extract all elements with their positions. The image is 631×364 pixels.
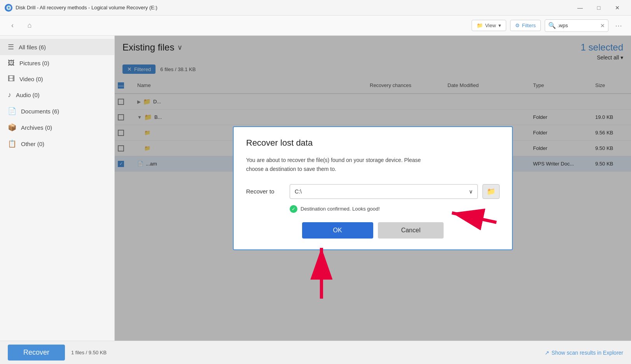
sidebar-item-audio[interactable]: ♪ Audio (0)	[0, 87, 114, 103]
sidebar-item-pictures-label: Pictures (0)	[19, 60, 49, 66]
documents-icon: 📄	[8, 107, 16, 115]
sidebar-item-audio-label: Audio (0)	[16, 92, 40, 98]
filter-icon: ⚙	[515, 23, 520, 28]
window-controls: — □ ✕	[571, 2, 626, 14]
check-circle-icon: ✓	[290, 205, 297, 213]
main-layout: ☰ All files (6) 🖼 Pictures (0) 🎞 Video (…	[0, 36, 631, 341]
search-input[interactable]	[558, 23, 600, 28]
search-clear-icon[interactable]: ✕	[600, 23, 605, 29]
sidebar-item-other-label: Other (0)	[21, 141, 44, 147]
browse-folder-button[interactable]: 📁	[482, 184, 500, 199]
more-options-button[interactable]: ⋯	[612, 19, 625, 32]
sidebar-item-all-files-label: All files (6)	[19, 44, 46, 51]
archives-icon: 📦	[8, 123, 16, 132]
search-icon: 🔍	[548, 22, 556, 29]
modal-buttons: OK Cancel	[246, 222, 500, 239]
toolbar: ‹ ⌂ 📁 View ▾ ⚙ Filters 🔍 ✕ ⋯	[0, 16, 631, 36]
recover-to-label: Recover to	[246, 188, 285, 195]
all-files-icon: ☰	[8, 43, 14, 51]
sidebar-item-pictures[interactable]: 🖼 Pictures (0)	[0, 55, 114, 71]
cancel-button[interactable]: Cancel	[378, 222, 444, 239]
home-button[interactable]: ⌂	[23, 19, 36, 32]
dropdown-chevron-icon: ∨	[469, 188, 473, 195]
window-title: Disk Drill - All recovery methods - Logi…	[16, 5, 571, 10]
sidebar-item-documents-label: Documents (6)	[21, 108, 59, 115]
folder-icon: 📁	[477, 23, 483, 28]
titlebar: 💿 Disk Drill - All recovery methods - Lo…	[0, 0, 631, 16]
search-box: 🔍 ✕	[545, 19, 608, 32]
pictures-icon: 🖼	[8, 59, 15, 67]
recover-to-value: C:\	[295, 188, 302, 195]
filters-label: Filters	[522, 23, 536, 28]
sidebar-item-other[interactable]: 📋 Other (0)	[0, 136, 114, 152]
modal-description: You are about to recover the file(s) fou…	[246, 156, 500, 173]
content-area: Existing files ∨ 1 selected Select all ▾…	[115, 36, 631, 341]
close-button[interactable]: ✕	[608, 2, 626, 14]
recover-lost-data-modal: Recover lost data You are about to recov…	[233, 126, 513, 250]
modal-title: Recover lost data	[246, 138, 500, 148]
maximize-button[interactable]: □	[590, 2, 608, 14]
sidebar-item-documents[interactable]: 📄 Documents (6)	[0, 103, 114, 119]
show-in-explorer-button[interactable]: ↗ Show scan results in Explorer	[545, 350, 623, 356]
audio-icon: ♪	[8, 91, 11, 99]
sidebar: ☰ All files (6) 🖼 Pictures (0) 🎞 Video (…	[0, 36, 115, 341]
ok-button[interactable]: OK	[302, 222, 373, 239]
recover-to-row: Recover to C:\ ∨ 📁	[246, 184, 500, 199]
minimize-button[interactable]: —	[571, 2, 589, 14]
sidebar-item-archives-label: Archives (0)	[21, 124, 52, 131]
external-link-icon: ↗	[545, 350, 549, 356]
toolbar-right: 📁 View ▾ ⚙ Filters 🔍 ✕ ⋯	[472, 19, 625, 32]
other-icon: 📋	[8, 139, 16, 148]
filters-button[interactable]: ⚙ Filters	[510, 20, 541, 31]
show-in-explorer-label: Show scan results in Explorer	[552, 350, 623, 356]
recover-button[interactable]: Recover	[8, 345, 65, 361]
sidebar-item-all-files[interactable]: ☰ All files (6)	[0, 39, 114, 55]
app-icon: 💿	[5, 4, 12, 12]
dest-confirmed-text: Destination confirmed. Looks good!	[301, 206, 380, 212]
view-button[interactable]: 📁 View ▾	[472, 20, 506, 31]
modal-overlay: Recover lost data You are about to recov…	[115, 36, 631, 341]
view-label: View	[485, 23, 496, 28]
back-button[interactable]: ‹	[6, 19, 19, 32]
bottom-bar: Recover 1 files / 9.50 KB ↗ Show scan re…	[0, 341, 631, 364]
chevron-down-icon: ▾	[498, 23, 501, 28]
sidebar-item-video-label: Video (0)	[19, 76, 43, 82]
sidebar-item-archives[interactable]: 📦 Archives (0)	[0, 119, 114, 136]
destination-confirmed-row: ✓ Destination confirmed. Looks good!	[290, 205, 500, 213]
bottom-info: 1 files / 9.50 KB	[71, 350, 107, 355]
folder-browse-icon: 📁	[487, 187, 495, 196]
video-icon: 🎞	[8, 75, 15, 83]
sidebar-item-video[interactable]: 🎞 Video (0)	[0, 71, 114, 87]
recover-to-dropdown[interactable]: C:\ ∨	[290, 184, 478, 199]
